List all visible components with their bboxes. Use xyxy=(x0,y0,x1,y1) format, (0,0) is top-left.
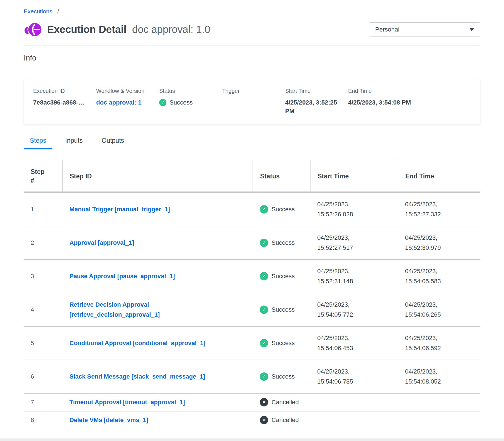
table-row: 8Delete VMs [delete_vms_1]✕Cancelled xyxy=(24,411,480,429)
end-time-cell xyxy=(398,411,480,429)
start-time-cell: 04/25/2023,15:54:06.785 xyxy=(310,360,398,393)
step-link[interactable]: Slack Send Message [slack_send_message_1… xyxy=(69,372,248,382)
start-time-cell: 04/25/2023,15:54:05.772 xyxy=(310,293,398,326)
start-time-cell xyxy=(310,393,398,411)
success-check-icon: ✓ xyxy=(260,306,268,314)
end-time-cell xyxy=(398,393,480,411)
scope-dropdown[interactable]: Personal xyxy=(369,22,480,37)
status-cell: ✓Success xyxy=(253,326,310,360)
start-time-line: 04/25/2023, xyxy=(317,300,393,310)
column-header-end-time: End Time xyxy=(398,160,480,192)
info-field-workflow-version: Workflow & Versiondoc approval: 1 xyxy=(96,88,159,115)
step-link[interactable]: Timeout Approval [timeout_approval_1] xyxy=(69,398,248,407)
step-link[interactable]: Approval [approval_1] xyxy=(69,238,248,248)
end-time-line: 04/25/2023, xyxy=(405,333,475,343)
workflow-icon xyxy=(24,21,42,38)
end-time-line: 15:54:06.265 xyxy=(405,310,475,320)
start-time-line: 15:54:06.785 xyxy=(317,377,393,387)
status-label: Cancelled xyxy=(272,416,299,425)
column-header-start-time: Start Time xyxy=(310,160,398,192)
step-link[interactable]: Retrieve Decision Approval[retrieve_deci… xyxy=(69,300,248,320)
step-status: ✓Success xyxy=(260,271,305,281)
step-id-cell: Timeout Approval [timeout_approval_1] xyxy=(62,393,253,411)
end-time-line: 15:52:30.979 xyxy=(405,243,475,253)
step-link[interactable]: Pause Approval [pause_approval_1] xyxy=(69,271,248,281)
step-id-cell: Retrieve Decision Approval[retrieve_deci… xyxy=(62,293,253,326)
end-time: 04/25/2023,15:54:08.052 xyxy=(405,367,475,387)
status-cell: ✕Cancelled xyxy=(253,411,310,429)
info-field-label: Status xyxy=(159,88,217,94)
end-time-line: 04/25/2023, xyxy=(405,300,475,310)
column-header-label: Start Time xyxy=(318,173,349,180)
info-section-title: Info xyxy=(24,54,480,62)
workflow-version-link[interactable]: doc approval: 1 xyxy=(96,99,142,106)
info-card: Execution ID7e8ac396-a868-…Workflow & Ve… xyxy=(24,78,480,124)
step-link[interactable]: Delete VMs [delete_vms_1] xyxy=(69,416,248,425)
bottom-strip xyxy=(0,438,504,441)
info-field-value: ✓Success xyxy=(159,98,217,107)
table-row: 7Timeout Approval [timeout_approval_1]✕C… xyxy=(24,393,480,411)
step-number-cell: 1 xyxy=(24,192,62,226)
breadcrumb: Executions / xyxy=(24,8,480,15)
table-row: 6Slack Send Message [slack_send_message_… xyxy=(24,360,480,393)
start-time-line: 15:52:27.517 xyxy=(317,243,393,253)
step-number: 2 xyxy=(31,239,34,246)
step-link-line: Retrieve Decision Approval xyxy=(69,300,248,310)
start-time-line: 15:52:31.148 xyxy=(317,276,393,286)
cancelled-x-icon: ✕ xyxy=(260,416,268,424)
step-id-cell: Approval [approval_1] xyxy=(62,226,253,260)
step-link[interactable]: Manual Trigger [manual_trigger_1] xyxy=(69,204,248,214)
start-time-cell: 04/25/2023,15:52:31.148 xyxy=(310,260,398,293)
start-time-cell: 04/25/2023,15:54:06.453 xyxy=(310,326,398,360)
step-link-line: Approval [approval_1] xyxy=(69,238,248,248)
info-field-value: 7e8ac396-a868-… xyxy=(33,98,91,107)
status-label: Cancelled xyxy=(272,398,299,407)
column-header-label: Step # xyxy=(31,168,49,185)
status-label: Success xyxy=(169,98,193,107)
chevron-down-icon xyxy=(469,28,474,31)
status-cell: ✓Success xyxy=(253,360,310,393)
end-time-line: 04/25/2023, xyxy=(405,367,475,377)
end-time-line: 04/25/2023, xyxy=(405,233,475,243)
start-time-line: 15:52:26.028 xyxy=(317,209,393,219)
step-id-cell: Conditional Approval [conditional_approv… xyxy=(62,326,253,360)
info-field-trigger: Trigger xyxy=(222,88,285,115)
step-status: ✕Cancelled xyxy=(260,398,305,407)
status-label: Success xyxy=(272,204,295,214)
end-time: 04/25/2023,15:54:06.592 xyxy=(405,333,475,353)
step-number: 4 xyxy=(31,306,34,313)
step-number-cell: 2 xyxy=(24,226,62,260)
start-time-line: 04/25/2023, xyxy=(317,233,393,243)
status-cell: ✓Success xyxy=(253,293,310,326)
steps-table: Step #Step IDStatusStart TimeEnd Time 1M… xyxy=(24,160,480,429)
step-number-cell: 3 xyxy=(24,260,62,293)
step-number: 1 xyxy=(31,206,34,213)
info-field-label: Execution ID xyxy=(33,88,91,94)
tab-outputs[interactable]: Outputs xyxy=(95,134,130,149)
start-time: 04/25/2023,15:52:31.148 xyxy=(317,266,393,286)
step-link-line: Delete VMs [delete_vms_1] xyxy=(69,416,248,425)
success-check-icon: ✓ xyxy=(260,239,268,247)
start-time-cell: 04/25/2023,15:52:27.517 xyxy=(310,226,398,260)
info-field-value: doc approval: 1 xyxy=(96,98,154,107)
step-status: ✓Success xyxy=(260,338,305,348)
content: Executions / Execution Detail doc approv… xyxy=(0,0,504,429)
info-field-end-time: End Time4/25/2023, 3:54:08 PM xyxy=(348,88,477,115)
step-number-cell: 8 xyxy=(24,411,62,429)
step-status: ✓Success xyxy=(260,372,305,382)
step-link[interactable]: Conditional Approval [conditional_approv… xyxy=(69,338,248,348)
start-time: 04/25/2023,15:54:06.785 xyxy=(317,367,393,387)
tab-steps[interactable]: Steps xyxy=(24,134,52,149)
scope-dropdown-value: Personal xyxy=(375,26,399,33)
success-check-icon: ✓ xyxy=(260,205,268,214)
step-id-cell: Delete VMs [delete_vms_1] xyxy=(62,411,253,429)
end-time: 04/25/2023,15:54:06.265 xyxy=(405,300,475,320)
end-time-line: 15:54:06.592 xyxy=(405,343,475,353)
start-time-cell xyxy=(310,411,398,429)
end-time-line: 15:52:27.332 xyxy=(405,209,475,219)
step-number-cell: 4 xyxy=(24,293,62,326)
breadcrumb-executions-link[interactable]: Executions xyxy=(24,8,52,14)
table-row: 4Retrieve Decision Approval[retrieve_dec… xyxy=(24,293,480,326)
success-check-icon: ✓ xyxy=(260,339,268,347)
tab-inputs[interactable]: Inputs xyxy=(59,134,89,149)
